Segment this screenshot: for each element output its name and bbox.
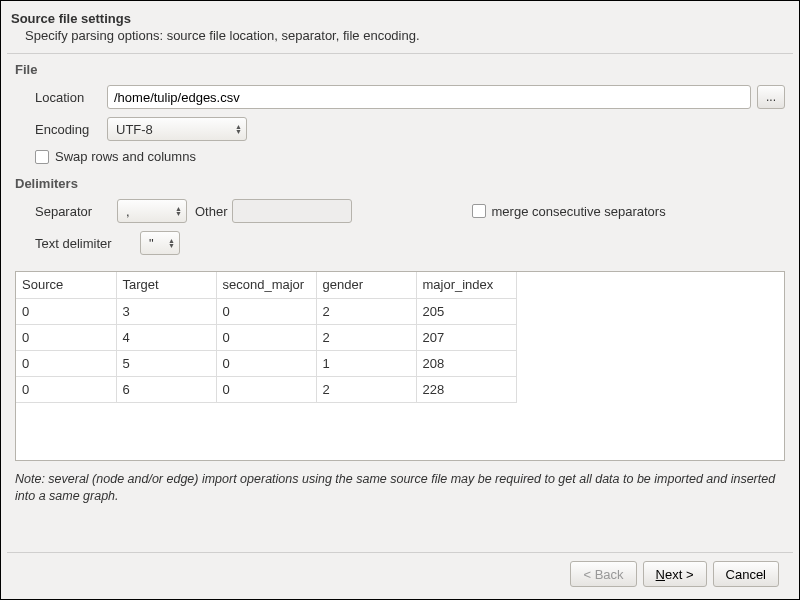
table-cell: 2 bbox=[316, 298, 416, 324]
location-input[interactable] bbox=[107, 85, 751, 109]
preview-table: Source Target second_major gender major_… bbox=[16, 272, 517, 403]
swap-row: Swap rows and columns bbox=[15, 149, 785, 164]
preview-table-wrap: Source Target second_major gender major_… bbox=[15, 271, 785, 461]
other-label: Other bbox=[195, 204, 228, 219]
col-header: Source bbox=[16, 272, 116, 298]
table-row: 0602228 bbox=[16, 376, 516, 402]
delimiters-section-title: Delimiters bbox=[15, 176, 785, 191]
swap-label: Swap rows and columns bbox=[55, 149, 196, 164]
separator-combo[interactable]: , ▲▼ bbox=[117, 199, 187, 223]
file-section-title: File bbox=[15, 62, 785, 77]
location-label: Location bbox=[35, 90, 107, 105]
separator-row: Separator , ▲▼ Other merge consecutive s… bbox=[15, 199, 785, 223]
dialog-header: Source file settings Specify parsing opt… bbox=[1, 1, 799, 53]
table-cell: 1 bbox=[316, 350, 416, 376]
note-text: Note: several (node and/or edge) import … bbox=[1, 465, 799, 511]
swap-checkbox[interactable] bbox=[35, 150, 49, 164]
table-cell: 0 bbox=[216, 350, 316, 376]
table-cell: 4 bbox=[116, 324, 216, 350]
table-cell: 0 bbox=[16, 324, 116, 350]
delimiters-section: Delimiters Separator , ▲▼ Other merge co… bbox=[1, 176, 799, 267]
encoding-combo[interactable]: UTF-8 ▲▼ bbox=[107, 117, 247, 141]
table-cell: 6 bbox=[116, 376, 216, 402]
table-cell: 205 bbox=[416, 298, 516, 324]
col-header: gender bbox=[316, 272, 416, 298]
dialog-subtitle: Specify parsing options: source file loc… bbox=[11, 28, 785, 43]
table-row: 0501208 bbox=[16, 350, 516, 376]
back-button[interactable]: < Back bbox=[570, 561, 636, 587]
table-cell: 0 bbox=[16, 350, 116, 376]
dialog-footer: < Back Next > Cancel bbox=[7, 552, 793, 599]
table-cell: 2 bbox=[316, 376, 416, 402]
file-section: File Location ... Encoding UTF-8 ▲▼ Swap… bbox=[1, 54, 799, 176]
cancel-button[interactable]: Cancel bbox=[713, 561, 779, 587]
location-row: Location ... bbox=[15, 85, 785, 109]
encoding-row: Encoding UTF-8 ▲▼ bbox=[15, 117, 785, 141]
other-separator-input[interactable] bbox=[232, 199, 352, 223]
table-cell: 2 bbox=[316, 324, 416, 350]
table-cell: 228 bbox=[416, 376, 516, 402]
browse-button[interactable]: ... bbox=[757, 85, 785, 109]
merge-label: merge consecutive separators bbox=[492, 204, 666, 219]
table-cell: 207 bbox=[416, 324, 516, 350]
merge-wrap: merge consecutive separators bbox=[472, 204, 666, 219]
table-cell: 3 bbox=[116, 298, 216, 324]
next-button[interactable]: Next > bbox=[643, 561, 707, 587]
col-header: second_major bbox=[216, 272, 316, 298]
chevron-updown-icon: ▲▼ bbox=[175, 206, 182, 216]
col-header: major_index bbox=[416, 272, 516, 298]
separator-label: Separator bbox=[35, 204, 117, 219]
table-row: 0302205 bbox=[16, 298, 516, 324]
dialog-title: Source file settings bbox=[11, 11, 785, 26]
table-cell: 0 bbox=[216, 324, 316, 350]
encoding-label: Encoding bbox=[35, 122, 107, 137]
table-cell: 0 bbox=[216, 298, 316, 324]
table-row: 0402207 bbox=[16, 324, 516, 350]
col-header: Target bbox=[116, 272, 216, 298]
table-cell: 5 bbox=[116, 350, 216, 376]
chevron-updown-icon: ▲▼ bbox=[168, 238, 175, 248]
merge-checkbox[interactable] bbox=[472, 204, 486, 218]
text-delim-row: Text delimiter " ▲▼ bbox=[15, 231, 785, 255]
table-cell: 0 bbox=[16, 298, 116, 324]
table-cell: 0 bbox=[216, 376, 316, 402]
chevron-updown-icon: ▲▼ bbox=[235, 124, 242, 134]
table-header-row: Source Target second_major gender major_… bbox=[16, 272, 516, 298]
table-cell: 0 bbox=[16, 376, 116, 402]
text-delim-combo[interactable]: " ▲▼ bbox=[140, 231, 180, 255]
text-delim-label: Text delimiter bbox=[35, 236, 140, 251]
table-cell: 208 bbox=[416, 350, 516, 376]
